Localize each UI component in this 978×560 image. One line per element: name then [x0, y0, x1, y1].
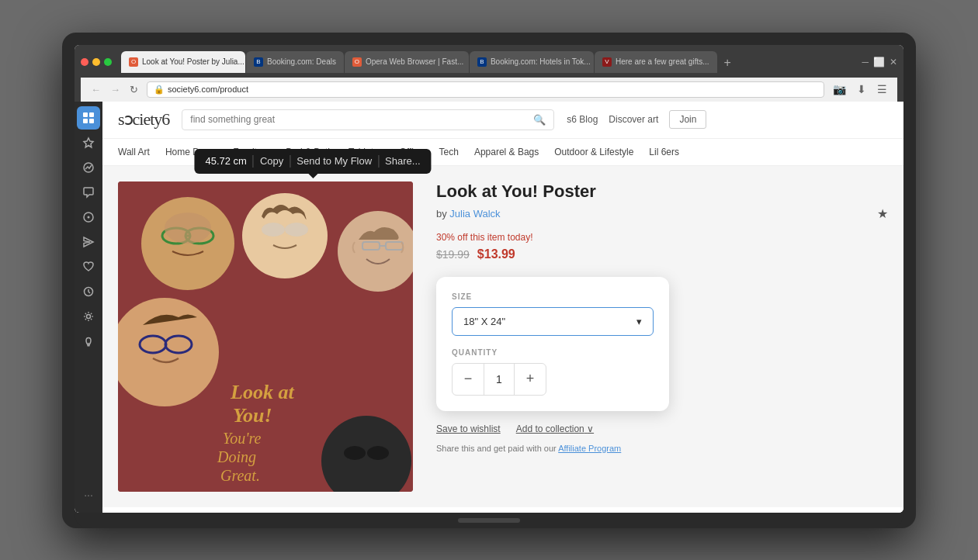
window-controls: ─ ⬜ ✕ [862, 57, 897, 67]
tab-1[interactable]: O Look at You! Poster by Julia... [121, 51, 245, 73]
back-button[interactable]: ← [87, 82, 105, 97]
browser-chrome: O Look at You! Poster by Julia... B Book… [75, 45, 903, 102]
author-link[interactable]: Julia Walck [449, 208, 500, 220]
join-button[interactable]: Join [669, 110, 706, 129]
new-tab-button[interactable]: + [718, 53, 737, 73]
size-selector[interactable]: 18" X 24" ▾ [452, 307, 654, 336]
tab-favicon-1: O [129, 57, 138, 67]
sidebar-item-compass[interactable] [77, 206, 100, 229]
svg-rect-0 [83, 112, 88, 117]
original-price: $19.99 [436, 248, 470, 261]
address-bar[interactable]: 🔒 society6.com/product [147, 81, 824, 98]
quantity-label: QUANTITY [452, 348, 654, 357]
size-value: 18" X 24" [463, 316, 505, 327]
tab-label-2: Booking.com: Deals [267, 57, 336, 66]
price-area: $19.99 $13.99 [436, 247, 888, 261]
cat-tech[interactable]: Tech [439, 147, 459, 157]
website-content: sɔciety6 🔍 s6 Blog Discover art Join [102, 102, 903, 513]
sidebar-item-favorites[interactable] [77, 131, 100, 154]
size-qty-card: SIZE 18" X 24" ▾ QUANTITY − 1 + [436, 277, 669, 411]
product-author: by Julia Walck ★ [436, 206, 888, 221]
browser-sidebar: ··· [75, 102, 102, 513]
product-title: Look at You! Poster [436, 181, 888, 202]
s6-blog-link[interactable]: s6 Blog [567, 114, 598, 125]
laptop-frame: O Look at You! Poster by Julia... B Book… [62, 33, 916, 528]
close-button[interactable] [81, 58, 88, 66]
svg-rect-2 [83, 119, 88, 123]
messenger-icon [82, 161, 95, 174]
gear-icon [82, 310, 95, 323]
tooltip-divider-1 [253, 155, 254, 168]
browser-toolbar: ← → ↻ 🔒 society6.com/product 📷 ⬇ ☰ [81, 78, 897, 102]
quantity-control: − 1 + [452, 363, 546, 396]
star-icon [82, 137, 95, 149]
lock-icon: 🔒 [154, 85, 165, 95]
sidebar-item-send[interactable] [77, 230, 100, 254]
add-collection-link[interactable]: Add to collection ∨ [516, 423, 594, 434]
tab-4[interactable]: B Booking.com: Hotels in Tok... [470, 51, 594, 73]
favorite-star-icon[interactable]: ★ [877, 206, 888, 221]
cat-lil-6ers[interactable]: Lil 6ers [649, 147, 679, 157]
tooltip-share-button[interactable]: Share... [385, 155, 421, 167]
tab-label-3: Opera Web Browser | Fast... [366, 57, 463, 66]
sidebar-more[interactable]: ··· [84, 488, 93, 508]
tab-3[interactable]: O Opera Web Browser | Fast... [345, 51, 469, 73]
sidebar-item-settings[interactable] [77, 305, 100, 328]
sidebar-item-heart[interactable] [77, 255, 100, 278]
sidebar-item-home[interactable] [77, 106, 100, 130]
sidebar-item-chat[interactable] [77, 181, 100, 204]
search-icon: 🔍 [533, 114, 546, 126]
sidebar-dots: ··· [84, 489, 93, 501]
size-qty-wrapper: SIZE 18" X 24" ▾ QUANTITY − 1 + [436, 277, 888, 411]
compass-icon [82, 211, 95, 223]
laptop-notch [458, 518, 520, 523]
sidebar-item-history[interactable] [77, 280, 100, 303]
tooltip-bubble: 45.72 cm Copy Send to My Flow Share... [194, 149, 431, 174]
quantity-increase-button[interactable]: + [515, 364, 546, 395]
svg-text:Doing: Doing [217, 448, 256, 466]
tab-5[interactable]: V Here are a few great gifts... [595, 51, 717, 73]
tooltip-send-button[interactable]: Send to My Flow [297, 155, 372, 167]
menu-button[interactable]: ☰ [873, 81, 891, 97]
tooltip-divider-3 [378, 155, 379, 168]
discover-art-link[interactable]: Discover art [609, 114, 658, 125]
screenshot-button[interactable]: 📷 [829, 81, 850, 97]
browser-titlebar: O Look at You! Poster by Julia... B Book… [81, 51, 897, 73]
measurement-tooltip: 45.72 cm Copy Send to My Flow Share... [194, 149, 431, 174]
reload-button[interactable]: ↻ [126, 82, 142, 97]
nav-buttons: ← → ↻ [87, 82, 142, 97]
cat-wall-art[interactable]: Wall Art [118, 147, 150, 157]
forward-button[interactable]: → [106, 82, 124, 97]
site-search-bar[interactable]: 🔍 [182, 109, 554, 130]
svg-text:Great.: Great. [220, 467, 260, 484]
search-input[interactable] [190, 114, 527, 125]
sidebar-item-messenger[interactable] [77, 156, 100, 179]
tab-favicon-3: O [352, 57, 362, 67]
poster-svg: Look at You! You're Doing Great. [118, 181, 413, 492]
tooltip-divider-2 [290, 155, 290, 168]
tab-2[interactable]: B Booking.com: Deals [246, 51, 344, 73]
product-area: Look at You! You're Doing Great. [102, 166, 903, 507]
save-wishlist-link[interactable]: Save to wishlist [436, 423, 501, 434]
site-logo: sɔciety6 [118, 109, 169, 130]
cat-outdoor[interactable]: Outdoor & Lifestyle [554, 147, 633, 157]
svg-text:You're: You're [223, 430, 262, 447]
laptop-bottom [75, 513, 903, 528]
size-label: SIZE [452, 292, 654, 301]
sidebar-item-idea[interactable] [77, 330, 100, 353]
sale-price: $13.99 [477, 247, 515, 261]
cat-apparel-bags[interactable]: Apparel & Bags [474, 147, 539, 157]
window-restore[interactable]: ⬜ [873, 57, 885, 67]
affiliate-link[interactable]: Affiliate Program [558, 444, 621, 453]
affiliate-text: Share this and get paid with our Affilia… [436, 444, 888, 453]
maximize-button[interactable] [104, 58, 112, 66]
tooltip-copy-button[interactable]: Copy [260, 155, 283, 167]
quantity-decrease-button[interactable]: − [453, 364, 484, 395]
download-button[interactable]: ⬇ [853, 81, 870, 97]
window-close[interactable]: ✕ [890, 57, 897, 67]
minimize-button[interactable] [92, 58, 100, 66]
product-image-container: Look at You! You're Doing Great. [118, 181, 413, 492]
site-nav-links: s6 Blog Discover art Join [567, 110, 706, 129]
svg-rect-1 [89, 112, 94, 117]
window-minimize[interactable]: ─ [862, 57, 869, 67]
